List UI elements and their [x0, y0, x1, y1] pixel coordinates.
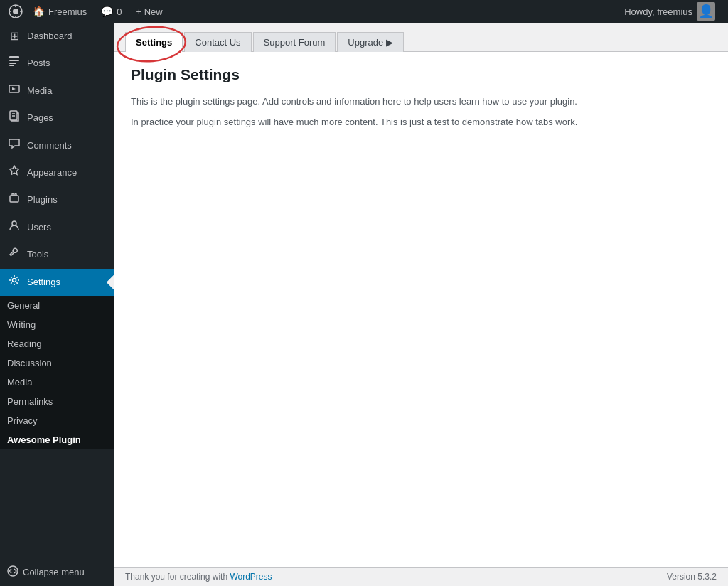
sidebar-item-tools[interactable]: Tools: [0, 241, 114, 268]
footer-credit: Thank you for creating with WordPress: [125, 572, 272, 582]
submenu-reading[interactable]: Reading: [0, 334, 114, 353]
sidebar-item-plugins[interactable]: Plugins: [0, 186, 114, 213]
plugin-settings-title: Plugin Settings: [131, 66, 711, 83]
active-arrow: [107, 275, 114, 289]
content-area: Settings Contact Us Support Forum Upgrad…: [114, 23, 728, 586]
svg-rect-7: [9, 60, 19, 61]
avatar: 👤: [697, 2, 715, 21]
sidebar-item-comments[interactable]: Comments: [0, 132, 114, 159]
submenu-general[interactable]: General: [0, 296, 114, 315]
users-icon: [7, 220, 21, 235]
plugin-description-2: In practice your plugin settings will ha…: [131, 115, 711, 130]
svg-marker-11: [12, 87, 16, 90]
dashboard-icon: ⊞: [7, 28, 21, 44]
plugins-icon: [7, 192, 21, 208]
submenu-privacy[interactable]: Privacy: [0, 411, 114, 430]
new-content-link[interactable]: + New: [129, 0, 169, 23]
comments-link[interactable]: 💬 0: [94, 0, 129, 23]
submenu-writing[interactable]: Writing: [0, 315, 114, 334]
sidebar-menu: ⊞ Dashboard Posts Media Pages: [0, 23, 114, 558]
footer: Thank you for creating with WordPress Ve…: [114, 567, 728, 586]
settings-submenu: General Writing Reading Discussion Media…: [0, 296, 114, 449]
tab-upgrade[interactable]: Upgrade ▶: [337, 32, 403, 52]
version-text: Version 5.3.2: [667, 572, 717, 582]
sidebar-item-pages[interactable]: Pages: [0, 105, 114, 132]
tab-settings[interactable]: Settings: [125, 32, 183, 52]
pages-icon: [7, 110, 21, 126]
plugin-description-1: This is the plugin settings page. Add co…: [131, 95, 711, 110]
tab-support-forum[interactable]: Support Forum: [253, 32, 336, 52]
howdy-menu[interactable]: Howdy, freemius 👤: [617, 0, 722, 23]
wordpress-link[interactable]: WordPress: [230, 572, 272, 582]
wp-logo[interactable]: [6, 0, 26, 23]
site-name-link[interactable]: 🏠 Freemius: [26, 0, 94, 23]
sidebar-item-dashboard[interactable]: ⊞ Dashboard: [0, 23, 114, 50]
svg-rect-6: [9, 56, 19, 58]
tab-contact-us[interactable]: Contact Us: [184, 32, 251, 52]
sidebar-item-appearance[interactable]: Appearance: [0, 159, 114, 186]
sidebar-item-media[interactable]: Media: [0, 78, 114, 105]
submenu-awesome-plugin[interactable]: Awesome Plugin: [0, 430, 114, 449]
collapse-menu-button[interactable]: Collapse menu: [0, 558, 114, 586]
tools-icon: [7, 247, 21, 262]
comments-sidebar-icon: [7, 138, 21, 154]
tab-bar: Settings Contact Us Support Forum Upgrad…: [114, 23, 728, 52]
media-icon: [7, 83, 21, 99]
posts-icon: [7, 55, 21, 71]
sidebar-item-posts[interactable]: Posts: [0, 50, 114, 77]
sidebar-item-users[interactable]: Users: [0, 214, 114, 241]
submenu-media[interactable]: Media: [0, 373, 114, 392]
svg-point-16: [12, 221, 16, 225]
svg-rect-15: [10, 196, 18, 202]
collapse-icon: [7, 565, 18, 579]
admin-bar: 🏠 Freemius 💬 0 + New Howdy, freemius 👤: [0, 0, 728, 23]
submenu-permalinks[interactable]: Permalinks: [0, 392, 114, 411]
sidebar-item-settings[interactable]: Settings: [0, 269, 114, 296]
svg-rect-8: [9, 63, 16, 64]
svg-point-1: [13, 9, 18, 14]
settings-icon: [7, 275, 21, 290]
appearance-icon: [7, 165, 21, 181]
submenu-discussion[interactable]: Discussion: [0, 353, 114, 373]
sidebar: ⊞ Dashboard Posts Media Pages: [0, 23, 114, 586]
svg-point-17: [13, 278, 16, 282]
plugin-content: Plugin Settings This is the plugin setti…: [114, 52, 728, 567]
svg-rect-9: [9, 65, 14, 66]
